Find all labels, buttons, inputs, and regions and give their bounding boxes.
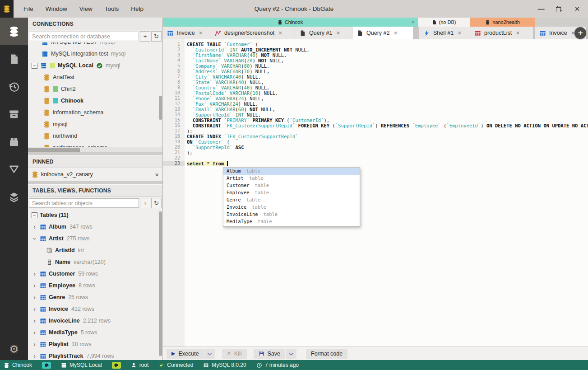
autocomplete-item[interactable]: Genretable: [223, 197, 360, 204]
connection-item[interactable]: AnalTest: [28, 71, 162, 83]
save-button[interactable]: Save: [254, 349, 286, 359]
connection-item[interactable]: information_schema: [28, 107, 162, 118]
autocomplete-item[interactable]: Customertable: [223, 183, 360, 190]
rail-item-database-icon[interactable]: [0, 18, 28, 45]
new-tab-button[interactable]: +: [574, 27, 586, 39]
connection-item[interactable]: mysql: [28, 118, 162, 130]
close-tab-icon[interactable]: ×: [394, 29, 397, 37]
rail-item-filter-icon[interactable]: [0, 155, 28, 183]
add-table-button[interactable]: +: [140, 198, 150, 208]
tab-Shell1[interactable]: Shell #1×: [419, 27, 470, 39]
table-item[interactable]: › InvoiceLine2,212 rows: [28, 315, 162, 327]
chevron-right-icon[interactable]: ›: [32, 295, 37, 300]
settings-gear-icon[interactable]: ⚙: [0, 343, 28, 356]
connections-scrollbar[interactable]: [159, 96, 162, 120]
tab-group-nano2health[interactable]: nano2health: [470, 18, 535, 27]
autocomplete-item[interactable]: Artisttable: [223, 175, 360, 183]
autocomplete-item[interactable]: InvoiceLinetable: [223, 211, 360, 219]
connection-item[interactable]: Chinook: [28, 95, 162, 107]
menu-file[interactable]: File: [23, 5, 33, 12]
status-connection[interactable]: MySQL Local: [61, 362, 102, 368]
chevron-right-icon[interactable]: ›: [32, 342, 37, 347]
menu-help[interactable]: Help: [131, 5, 144, 12]
autocomplete-item[interactable]: Invoicetable: [223, 204, 360, 211]
refresh-connections-icon[interactable]: ↻: [151, 31, 162, 42]
close-tab-icon[interactable]: ×: [458, 29, 461, 37]
close-tab-icon[interactable]: ×: [199, 29, 203, 37]
execute-dropdown[interactable]: [204, 349, 215, 359]
pinned-item[interactable]: knihovna_v2_canary ×: [28, 168, 162, 181]
tables-search-input[interactable]: [29, 198, 139, 208]
table-item[interactable]: › Invoice412 rows: [28, 303, 162, 315]
chevron-right-icon[interactable]: ›: [32, 224, 37, 230]
unpin-close-icon[interactable]: ×: [155, 171, 159, 178]
execute-button[interactable]: ▶ Execute: [167, 349, 204, 359]
chevron-right-icon[interactable]: ›: [32, 283, 37, 289]
tab-Invoice[interactable]: Invoice×: [163, 27, 210, 39]
rail-item-history-icon[interactable]: [0, 73, 28, 100]
column-item[interactable]: 1ArtistIdint: [28, 244, 162, 256]
refresh-tables-icon[interactable]: ↻: [151, 198, 162, 208]
database-color-badge[interactable]: [42, 362, 51, 369]
table-item[interactable]: › Artist275 rows: [28, 233, 162, 244]
connection-color-badge[interactable]: [112, 362, 121, 369]
rail-item-plugins-icon[interactable]: [0, 128, 28, 155]
tab-productList[interactable]: productList×: [470, 27, 533, 39]
format-code-button[interactable]: Format code: [306, 349, 347, 359]
sql-editor[interactable]: 1234567891011121314151617181920212223 CR…: [163, 39, 588, 347]
chevron-right-icon[interactable]: ›: [32, 330, 37, 336]
chevron-right-icon[interactable]: ›: [32, 318, 37, 324]
table-item[interactable]: › Playlist18 rows: [28, 338, 162, 350]
table-item[interactable]: › Album347 rows: [28, 221, 162, 233]
table-item[interactable]: › Genre25 rows: [28, 291, 162, 303]
code-line: );: [187, 150, 588, 155]
tab-Query2[interactable]: Query #2×: [352, 27, 414, 39]
connection-item[interactable]: Chin2: [28, 83, 162, 95]
table-name: Playlist: [49, 341, 69, 347]
restore-button[interactable]: [556, 5, 563, 13]
collapse-box-icon[interactable]: −: [32, 212, 37, 218]
table-item[interactable]: › Customer59 rows: [28, 268, 162, 280]
connection-item[interactable]: − MySQL Localmysql: [28, 60, 162, 71]
rail-item-archive-icon[interactable]: [0, 100, 28, 128]
chevron-down-icon[interactable]: ›: [32, 236, 37, 242]
tables-scrollbar[interactable]: [159, 211, 162, 356]
connection-item[interactable]: MySQL integration testmysql: [28, 48, 162, 60]
column-item[interactable]: Namevarchar(120): [28, 256, 162, 268]
tab-designerScreenshot[interactable]: designerScreenshot×: [210, 27, 295, 39]
tables-root-item[interactable]: −Tables (11): [28, 209, 162, 221]
close-tab-icon[interactable]: ×: [516, 29, 519, 37]
tab-group-noDB[interactable]: (no DB): [418, 18, 470, 27]
connection-search-input[interactable]: [29, 32, 139, 41]
menu-view[interactable]: View: [79, 5, 93, 12]
connections-hscroll-thumb[interactable]: [28, 148, 80, 152]
close-tab-icon[interactable]: ×: [278, 29, 282, 37]
autocomplete-item[interactable]: MediaTypetable: [223, 219, 360, 226]
autocomplete-item[interactable]: Albumtable: [223, 168, 360, 175]
tab-Query1[interactable]: Query #1×: [295, 27, 352, 39]
rail-item-file-icon[interactable]: [0, 45, 28, 73]
minimize-button[interactable]: —: [537, 5, 545, 13]
table-item[interactable]: › MediaType5 rows: [28, 327, 162, 338]
close-group-icon[interactable]: ×: [412, 19, 415, 25]
collapse-box-icon[interactable]: −: [32, 63, 37, 69]
connection-item[interactable]: performance_schema: [28, 142, 162, 147]
status-database[interactable]: Chinook: [4, 362, 32, 368]
close-tab-icon[interactable]: ×: [336, 29, 340, 37]
connection-item[interactable]: MYSQL WD TESTmysql: [28, 42, 162, 48]
chevron-right-icon[interactable]: ›: [32, 306, 37, 312]
tab-label: Shell #1: [433, 30, 454, 36]
table-item[interactable]: › Employee8 rows: [28, 280, 162, 291]
connection-item[interactable]: northwind: [28, 130, 162, 142]
menu-window[interactable]: Window: [46, 5, 67, 12]
table-item[interactable]: › PlaylistTrack7,994 rows: [28, 350, 162, 360]
add-connection-button[interactable]: +: [140, 31, 150, 42]
rail-item-layers-icon[interactable]: [0, 183, 28, 211]
close-button[interactable]: ✕: [574, 5, 581, 13]
menu-tools[interactable]: Tools: [105, 5, 119, 12]
tab-group-Chinook[interactable]: Chinook×: [163, 18, 418, 27]
autocomplete-item[interactable]: Employeetable: [223, 190, 360, 197]
chevron-right-icon[interactable]: ›: [32, 271, 37, 277]
save-dropdown[interactable]: [286, 349, 296, 359]
chevron-right-icon[interactable]: ›: [32, 353, 37, 359]
